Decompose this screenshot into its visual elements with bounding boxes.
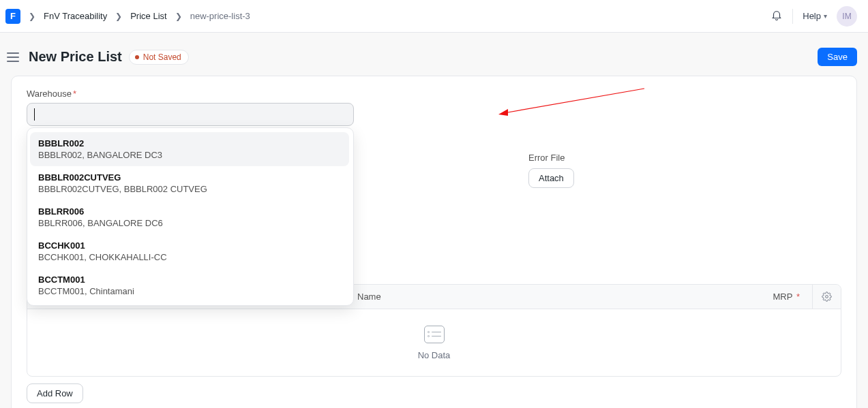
- page-title: New Price List: [29, 49, 122, 65]
- warehouse-option-desc: BCCTM001, Chintamani: [38, 286, 341, 296]
- page-area: New Price List Not Saved Save Warehouse*: [0, 33, 868, 408]
- warehouse-option-title: BCCHK001: [38, 240, 341, 251]
- warehouse-combobox[interactable]: BBBLR002 BBBLR002, BANGALORE DC3 BBBLR00…: [27, 103, 354, 126]
- table-col-mrp: MRP *: [689, 292, 812, 302]
- attach-button[interactable]: Attach: [528, 168, 574, 188]
- page-header: New Price List Not Saved Save: [0, 48, 868, 66]
- empty-list-icon: [424, 326, 445, 343]
- svg-point-2: [826, 296, 828, 298]
- warehouse-option[interactable]: BBBLR002CUTVEG BBBLR002CUTVEG, BBBLR002 …: [30, 166, 349, 200]
- divider: [792, 9, 793, 24]
- warehouse-option-title: BBBLR002: [38, 138, 341, 148]
- warehouse-option-title: BBLRR006: [38, 206, 341, 217]
- warehouse-option[interactable]: BCCTM001 BCCTM001, Chintamani: [30, 268, 349, 302]
- warehouse-option-desc: BBLRR006, BANGALORE DC6: [38, 218, 341, 228]
- avatar[interactable]: IM: [837, 6, 857, 27]
- warehouse-option[interactable]: BBBLR002 BBBLR002, BANGALORE DC3: [30, 132, 349, 166]
- bell-icon[interactable]: [770, 9, 783, 23]
- top-navbar: F ❯ FnV Traceability ❯ Price List ❯ new-…: [0, 0, 868, 33]
- breadcrumb-current: new-price-list-3: [186, 8, 254, 24]
- chevron-down-icon: ▾: [824, 12, 827, 20]
- warehouse-label: Warehouse*: [27, 89, 841, 99]
- breadcrumb-item[interactable]: FnV Traceability: [40, 8, 111, 24]
- warehouse-option-title: BCCTM001: [38, 274, 341, 285]
- status-badge: Not Saved: [129, 50, 189, 65]
- warehouse-option-desc: BBBLR002CUTVEG, BBBLR002 CUTVEG: [38, 184, 341, 194]
- warehouse-option-desc: BCCHK001, CHOKKAHALLI-CC: [38, 252, 341, 262]
- table-empty-state: No Data: [27, 309, 841, 376]
- status-text: Not Saved: [143, 52, 181, 62]
- add-row-button[interactable]: Add Row: [27, 383, 83, 403]
- chevron-right-icon: ❯: [114, 12, 123, 21]
- breadcrumb-item[interactable]: Price List: [126, 8, 170, 24]
- form-card: Warehouse* BBBLR002 BBBLR002, BANGALORE …: [11, 76, 857, 408]
- help-label: Help: [803, 11, 821, 21]
- warehouse-option-title: BBBLR002CUTVEG: [38, 172, 341, 183]
- warehouse-input[interactable]: [34, 110, 346, 120]
- warehouse-option[interactable]: BBLRR006 BBLRR006, BANGALORE DC6: [30, 200, 349, 234]
- no-data-text: No Data: [418, 350, 451, 360]
- chevron-right-icon: ❯: [174, 12, 183, 21]
- warehouse-option-desc: BBBLR002, BANGALORE DC3: [38, 150, 341, 160]
- error-file-field: Error File Attach: [528, 153, 574, 188]
- hamburger-icon[interactable]: [7, 52, 19, 62]
- text-caret: [34, 108, 35, 121]
- help-menu[interactable]: Help ▾: [803, 11, 827, 21]
- warehouse-dropdown-scroll[interactable]: BBBLR002 BBBLR002, BANGALORE DC3 BBBLR00…: [30, 132, 350, 302]
- svg-marker-1: [498, 109, 508, 116]
- chevron-right-icon: ❯: [27, 12, 37, 21]
- warehouse-dropdown: BBBLR002 BBBLR002, BANGALORE DC3 BBBLR00…: [27, 127, 354, 306]
- gear-icon: [822, 292, 832, 302]
- save-button[interactable]: Save: [818, 48, 857, 66]
- breadcrumb: F ❯ FnV Traceability ❯ Price List ❯ new-…: [5, 8, 254, 24]
- status-dot-icon: [135, 55, 139, 59]
- error-file-label: Error File: [528, 153, 574, 163]
- navbar-actions: Help ▾ IM: [770, 6, 857, 27]
- warehouse-option[interactable]: BCCHK001 BCCHK001, CHOKKAHALLI-CC: [30, 234, 349, 268]
- table-settings-button[interactable]: [812, 285, 841, 309]
- app-logo[interactable]: F: [5, 9, 20, 24]
